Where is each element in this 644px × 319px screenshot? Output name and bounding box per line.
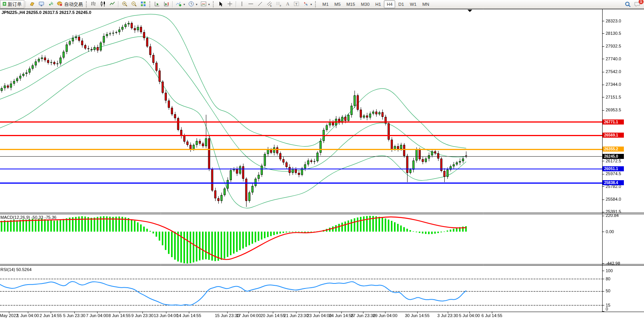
line-chart-button[interactable] [108, 0, 117, 9]
fibonacci-button[interactable]: F [274, 0, 283, 9]
date-axis-label: 7 Jun 04:00 [86, 313, 108, 318]
toolbar-grip[interactable] [315, 1, 317, 7]
rsi-axis-label: 100 [606, 268, 613, 273]
data-window-icon [38, 1, 45, 8]
text-button[interactable]: A [283, 0, 292, 9]
date-axis-label: 23 Jun 04:00 [307, 313, 332, 318]
chart-shift-button[interactable] [162, 0, 171, 9]
toolbar-grip[interactable] [213, 1, 214, 7]
date-axis-label: 27 Jun 23:30 [351, 313, 375, 318]
horizontal-line-button[interactable] [246, 0, 255, 9]
crosshair-icon [227, 1, 233, 8]
indicators-button[interactable]: ▾ [174, 0, 187, 9]
auto-scroll-button[interactable] [152, 0, 162, 9]
auto-trading-button[interactable]: 自动交易 [55, 0, 84, 9]
new-order-label: 新订单 [8, 1, 22, 8]
arrows-icon [303, 1, 309, 8]
toolbar-separator [172, 1, 173, 7]
date-axis-label: 2 Jun 14:55 [39, 313, 62, 318]
arrows-button[interactable]: ▾ [301, 0, 313, 9]
date-axis-label: 3 Jul 23:30 [437, 313, 458, 318]
date-axis-label: 17 Jun 04:00 [236, 313, 261, 318]
timeframe-bar: M1M5M15M30H1H4D1W1MN [320, 0, 432, 8]
vertical-line-button[interactable] [238, 0, 246, 9]
toolbar-separator [236, 1, 236, 7]
toolbar-separator [26, 1, 26, 7]
timeframe-M1[interactable]: M1 [320, 0, 331, 8]
timeframe-MN[interactable]: MN [420, 0, 432, 8]
price-axis-label: 28323.0 [606, 19, 621, 23]
toolbar: 新订单 自动交易 ▾ ▾ ▾ E F A T ▾ M1M5M15M30H1H4D… [0, 0, 644, 9]
dropdown-caret: ▾ [183, 3, 185, 6]
horizontal-line-icon [248, 1, 254, 8]
equidistant-channel-button[interactable]: E [265, 0, 274, 9]
trendline-icon [257, 1, 263, 8]
templates-button[interactable]: ▾ [199, 0, 211, 9]
zoom-in-button[interactable] [120, 0, 129, 9]
rsi-axis-label: 0 [606, 307, 608, 311]
search-icon[interactable] [623, 0, 632, 9]
auto-scroll-icon [154, 1, 160, 8]
zoom-out-button[interactable] [129, 0, 139, 9]
data-window-button[interactable] [37, 0, 46, 9]
svg-text:E: E [270, 5, 272, 7]
date-axis-label: 1 Jun 04:00 [17, 313, 39, 318]
line-chart-icon [109, 1, 115, 8]
price-line-badge: 25838.4 [603, 180, 624, 185]
chat-icon[interactable]: 1 [632, 0, 642, 9]
timeframe-M30[interactable]: M30 [358, 0, 372, 8]
dropdown-caret: ▾ [310, 3, 312, 6]
market-watch-icon [29, 1, 35, 8]
price-axis-label: 27740.0 [606, 56, 621, 61]
date-axis-label: 6 Jul 14:55 [481, 313, 502, 318]
trendline-button[interactable] [255, 0, 265, 9]
price-line-badge: 26245.0 [603, 154, 624, 159]
new-order-button[interactable]: 新订单 [0, 0, 24, 9]
date-axis-label: 13 Jun 04:00 [154, 313, 178, 318]
timeframe-D1[interactable]: D1 [396, 0, 407, 8]
cursor-icon [218, 1, 224, 8]
price-axis-label: 25584.0 [606, 197, 621, 201]
date-axis-label: 24 Jun 14:55 [329, 313, 354, 318]
notification-badge: 1 [639, 0, 644, 4]
timeframe-H4[interactable]: H4 [384, 0, 395, 8]
date-axis-label: 8 Jun 14:55 [108, 313, 131, 318]
bar-chart-icon [91, 1, 97, 8]
crosshair-button[interactable] [225, 0, 235, 9]
toolbar-grip[interactable] [86, 1, 87, 7]
price-axis-label: 27932.5 [606, 44, 621, 48]
new-order-icon [3, 1, 7, 8]
signals-button[interactable] [46, 0, 55, 9]
date-axis-label: 5 Jul 04:00 [459, 313, 480, 318]
date-axis-label: 29 Jun 04:00 [373, 313, 397, 318]
equidistant-channel-icon: E [266, 1, 272, 8]
rsi-axis-label: 80 [606, 276, 610, 281]
date-axis-label: 9 Jun 23:30 [131, 313, 154, 318]
chart-canvas[interactable] [0, 0, 644, 319]
market-watch-button[interactable] [27, 0, 37, 9]
macd-axis-label: -442.98 [606, 261, 620, 266]
periods-button[interactable]: ▾ [187, 0, 199, 9]
zoom-in-icon [122, 1, 128, 8]
timeframe-M15[interactable]: M15 [344, 0, 358, 8]
price-line-badge: 26771.1 [603, 119, 624, 125]
tile-windows-button[interactable] [139, 0, 148, 9]
dropdown-caret: ▾ [208, 3, 210, 6]
timeframe-M5[interactable]: M5 [332, 0, 343, 8]
svg-text:T: T [295, 2, 298, 6]
rsi-label: RSI(14) 50.5264 [0, 267, 32, 272]
timeframe-H1[interactable]: H1 [373, 0, 384, 8]
text-icon: A [285, 1, 290, 8]
candlestick-chart-button[interactable] [98, 0, 108, 9]
price-axis-label: 27542.0 [606, 69, 621, 74]
price-axis-label: 28130.5 [606, 31, 621, 36]
text-label-button[interactable]: T [292, 0, 301, 9]
tile-windows-icon [140, 1, 146, 8]
cursor-button[interactable] [216, 0, 225, 9]
chart-shift-icon [163, 1, 170, 8]
price-axis-label: 26953.5 [606, 107, 621, 112]
bar-chart-button[interactable] [89, 0, 98, 9]
timeframe-W1[interactable]: W1 [407, 0, 419, 8]
auto-trading-icon [57, 1, 63, 8]
toolbar-grip[interactable] [149, 1, 151, 7]
